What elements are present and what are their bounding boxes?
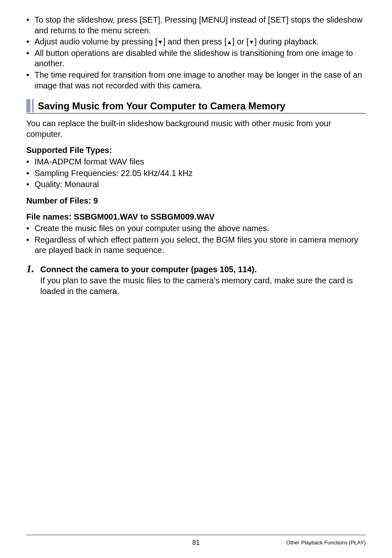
list-item: • The time required for transition from … — [26, 70, 366, 91]
list-item: •IMA-ADPCM format WAV files — [26, 157, 366, 167]
up-triangle-icon: ▲ — [226, 39, 232, 46]
step-number: 1. — [26, 263, 40, 297]
list-item: •Sampling Frequencies: 22.05 kHz/44.1 kH… — [26, 168, 366, 179]
bullet-text: To stop the slideshow, press [SET]. Pres… — [35, 15, 366, 36]
heading-accent-bar — [26, 99, 30, 112]
step-body: Connect the camera to your computer (pag… — [40, 263, 366, 297]
bullet-text: IMA-ADPCM format WAV files — [35, 157, 366, 167]
bullet-text: The time required for transition from on… — [35, 70, 366, 91]
file-names-list: •Create the music files on your computer… — [26, 223, 366, 256]
bullet-dot: • — [26, 223, 35, 234]
page-number: 81 — [26, 539, 366, 547]
bullet-text: Quality: Monaural — [35, 179, 366, 190]
bullet-dot: • — [26, 70, 35, 91]
step-title: Connect the camera to your computer (pag… — [40, 264, 366, 275]
bullet-dot: • — [26, 168, 35, 179]
text-fragment: ] during playback. — [254, 37, 319, 46]
list-item: •Regardless of which effect pattern you … — [26, 235, 366, 256]
bullet-dot: • — [26, 48, 35, 69]
bullet-dot: • — [26, 235, 35, 256]
intro-paragraph: You can replace the built-in slideshow b… — [26, 118, 366, 139]
supported-types-list: •IMA-ADPCM format WAV files •Sampling Fr… — [26, 157, 366, 190]
bullet-text: All button operations are disabled while… — [35, 48, 366, 69]
list-item: • To stop the slideshow, press [SET]. Pr… — [26, 15, 366, 36]
down-triangle-icon: ▼ — [249, 39, 254, 46]
bullet-dot: • — [26, 179, 35, 190]
bullet-text: Create the music files on your computer … — [35, 223, 366, 234]
top-bullet-list: • To stop the slideshow, press [SET]. Pr… — [26, 15, 366, 91]
bullet-text: Sampling Frequencies: 22.05 kHz/44.1 kHz — [35, 168, 366, 179]
list-item: •Quality: Monaural — [26, 179, 366, 190]
section-heading: Saving Music from Your Computer to Camer… — [26, 99, 366, 113]
page-footer: 81 Other Playback Functions (PLAY) — [26, 535, 366, 546]
bullet-text: Adjust audio volume by pressing [▼] and … — [35, 37, 366, 47]
text-fragment: Adjust audio volume by pressing [ — [35, 37, 157, 46]
file-names-heading: File names: SSBGM001.WAV to SSBGM009.WAV — [26, 212, 366, 222]
text-fragment: ] and then press [ — [163, 37, 227, 46]
heading-text: Saving Music from Your Computer to Camer… — [38, 99, 285, 112]
step-1: 1. Connect the camera to your computer (… — [26, 263, 366, 297]
step-text: If you plan to save the music files to t… — [40, 276, 366, 296]
list-item: • All button operations are disabled whi… — [26, 48, 366, 69]
heading-accent-bar — [32, 99, 34, 112]
bullet-dot: • — [26, 157, 35, 167]
list-item: • Adjust audio volume by pressing [▼] an… — [26, 37, 366, 47]
bullet-dot: • — [26, 37, 35, 47]
text-fragment: ] or [ — [232, 37, 249, 46]
supported-types-heading: Supported File Types: — [26, 145, 366, 156]
number-of-files-heading: Number of Files: 9 — [26, 196, 366, 206]
bullet-dot: • — [26, 15, 35, 36]
list-item: •Create the music files on your computer… — [26, 223, 366, 234]
down-triangle-icon: ▼ — [157, 39, 163, 46]
bullet-text: Regardless of which effect pattern you s… — [35, 235, 366, 256]
